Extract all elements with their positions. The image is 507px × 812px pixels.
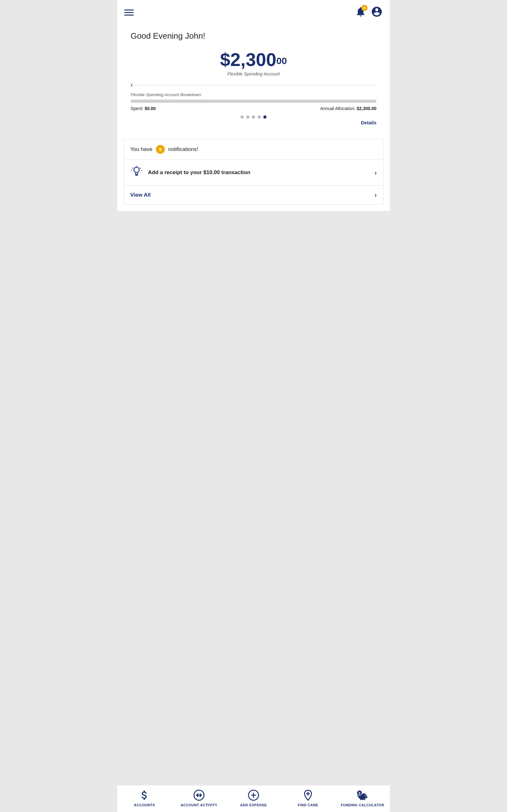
- svg-point-18: [364, 795, 365, 796]
- breakdown-label: Flexible Spending Account Breakdown:: [130, 92, 377, 97]
- notification-item-0[interactable]: Add a receipt to your $10.00 transaction…: [124, 160, 383, 186]
- carousel-nav: ‹: [130, 81, 377, 89]
- balance-dollars: $2,300: [220, 49, 276, 70]
- nav-add-expense[interactable]: ADD EXPENSE: [226, 789, 281, 807]
- view-all-text: View All: [130, 192, 151, 198]
- svg-line-3: [140, 168, 141, 168]
- nav-accounts[interactable]: ACCOUNTS: [117, 789, 172, 807]
- dot-4[interactable]: [258, 115, 261, 119]
- nav-find-care[interactable]: FIND CARE: [281, 789, 335, 807]
- progress-bar: [130, 100, 377, 103]
- breakdown-stats: Spent: $0.00 Annual Allocation: $2,300.0…: [130, 106, 377, 111]
- view-all-row[interactable]: View All ›: [124, 186, 383, 204]
- view-all-chevron: ›: [375, 191, 377, 199]
- transfer-icon: [193, 789, 205, 801]
- allocation-stat: Annual Allocation: $2,300.00: [320, 106, 377, 111]
- piggy-bank-icon: $: [356, 789, 369, 801]
- nav-account-activity[interactable]: ACCOUNT ACTIVITY: [172, 789, 226, 807]
- dot-3[interactable]: [252, 115, 255, 119]
- account-label: Flexible Spending Account: [130, 71, 377, 77]
- bulb-icon: [130, 165, 143, 180]
- notification-item-chevron-0: ›: [375, 169, 377, 176]
- details-link[interactable]: Details: [130, 119, 377, 129]
- dollar-icon: [138, 789, 151, 801]
- greeting-text: Good Evening John!: [124, 25, 383, 44]
- notification-count-badge: 9: [156, 145, 165, 154]
- notifications-card: You have 9 notifications!: [124, 139, 383, 205]
- bottom-navigation: ACCOUNTS ACCOUNT ACTIVITY ADD EXPENSE FI…: [117, 785, 390, 812]
- dot-1[interactable]: [240, 115, 244, 119]
- app-header: 9: [117, 0, 390, 25]
- balance-display: $2,30000: [130, 50, 377, 69]
- account-card: $2,30000 Flexible Spending Account ‹ Fle…: [124, 44, 383, 134]
- hamburger-menu-button[interactable]: [124, 9, 134, 15]
- divider: [135, 85, 377, 85]
- breakdown-section: Flexible Spending Account Breakdown: Spe…: [130, 89, 377, 111]
- svg-line-2: [132, 168, 133, 168]
- dot-2[interactable]: [246, 115, 249, 119]
- nav-funding-calculator[interactable]: $ FUNDING CALCULATOR: [335, 789, 390, 807]
- notification-badge: 9: [361, 5, 368, 11]
- svg-point-13: [365, 796, 368, 798]
- add-circle-icon: [247, 789, 260, 801]
- balance-cents: 00: [276, 55, 287, 66]
- svg-rect-16: [362, 799, 363, 800]
- account-activity-nav-label: ACCOUNT ACTIVITY: [181, 803, 217, 807]
- dot-5-active[interactable]: [263, 115, 267, 119]
- notification-header: You have 9 notifications!: [124, 139, 383, 160]
- svg-rect-17: [364, 799, 365, 800]
- location-plus-icon: [302, 789, 314, 801]
- details-anchor[interactable]: Details: [361, 120, 377, 125]
- spent-stat: Spent: $0.00: [130, 106, 156, 111]
- profile-icon-button[interactable]: [371, 6, 383, 19]
- svg-text:$: $: [359, 792, 360, 795]
- add-expense-nav-label: ADD EXPENSE: [240, 803, 267, 807]
- svg-point-0: [134, 167, 139, 172]
- funding-calculator-nav-label: FUNDING CALCULATOR: [341, 803, 384, 807]
- notif-before-text: You have: [130, 146, 153, 152]
- svg-rect-15: [360, 799, 361, 800]
- notif-after-text: notifications!: [168, 146, 199, 152]
- notification-item-text-0: Add a receipt to your $10.00 transaction: [148, 169, 375, 176]
- pagination-dots: [130, 115, 377, 119]
- accounts-nav-label: ACCOUNTS: [134, 803, 155, 807]
- find-care-nav-label: FIND CARE: [298, 803, 318, 807]
- carousel-prev-button[interactable]: ‹: [130, 81, 135, 89]
- header-right: 9: [355, 6, 383, 19]
- gray-background: [117, 211, 390, 401]
- notification-bell-button[interactable]: 9: [355, 6, 366, 19]
